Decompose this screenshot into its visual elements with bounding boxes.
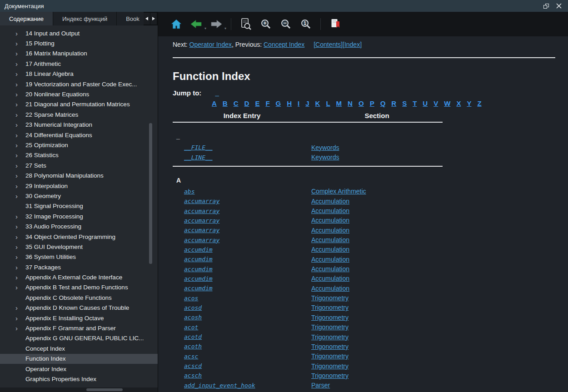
sidebar-item[interactable]: ›33 Audio Processing [0, 221, 158, 231]
section-link[interactable]: Accumulation [311, 265, 349, 273]
tab-scroll-left-button[interactable] [144, 13, 150, 25]
zoom-original-button[interactable]: 1 [299, 17, 313, 31]
jump-letter-link[interactable]: J [305, 99, 309, 107]
sidebar-item[interactable]: ›17 Arithmetic [0, 59, 158, 69]
sidebar-item[interactable]: ›27 Sets [0, 160, 158, 170]
sidebar-item[interactable]: Graphics Properties Index [0, 374, 158, 384]
section-link[interactable]: Trigonometry [311, 314, 349, 321]
zoom-out-button[interactable]: − [279, 17, 293, 31]
section-link[interactable]: Accumulation [311, 236, 349, 243]
function-link[interactable]: acot [184, 324, 198, 331]
jump-letter-link[interactable]: S [402, 99, 407, 107]
chevron-right-icon[interactable]: › [15, 81, 25, 88]
chevron-right-icon[interactable]: › [15, 111, 25, 118]
sidebar-item[interactable]: ›36 System Utilities [0, 252, 158, 262]
jump-letter-link[interactable]: X [456, 99, 461, 107]
sidebar-item[interactable]: Concept Index [0, 343, 158, 353]
section-link[interactable]: Accumulation [311, 275, 349, 282]
sidebar-item[interactable]: ›24 Differential Equations [0, 130, 158, 140]
section-link[interactable]: Trigonometry [311, 372, 349, 379]
chevron-right-icon[interactable]: › [15, 233, 25, 240]
function-link[interactable]: accumdim [184, 275, 213, 282]
tab-scroll-right-button[interactable] [150, 13, 157, 25]
function-link[interactable]: accumdim [184, 246, 213, 253]
search-document-button[interactable] [239, 17, 253, 31]
sidebar-item[interactable]: ›19 Vectorization and Faster Code Exec..… [0, 79, 158, 89]
chevron-right-icon[interactable]: › [15, 121, 25, 128]
sidebar-item[interactable]: ›28 Polynomial Manipulations [0, 170, 158, 180]
function-link[interactable]: accumarray [184, 208, 219, 214]
sidebar-item[interactable]: ›Appendix D Known Causes of Trouble [0, 303, 158, 313]
jump-letter-link[interactable]: R [391, 99, 396, 107]
section-link[interactable]: Accumulation [311, 285, 349, 292]
chevron-right-icon[interactable]: › [15, 253, 25, 260]
jump-letter-link[interactable]: B [223, 99, 228, 107]
jump-letter-link[interactable]: W [444, 99, 450, 107]
bookmark-button[interactable] [328, 17, 343, 31]
sidebar-item[interactable]: ›15 Plotting [0, 38, 158, 48]
sidebar-item[interactable]: ›Appendix E Installing Octave [0, 313, 158, 323]
section-link[interactable]: Accumulation [311, 198, 349, 205]
scrollbar-thumb[interactable] [86, 388, 123, 391]
section-link[interactable]: Trigonometry [311, 323, 349, 331]
sidebar-item[interactable]: ›14 Input and Output [0, 28, 158, 38]
jump-letter-link[interactable]: N [348, 99, 353, 107]
function-link[interactable]: accumarray [184, 198, 219, 204]
sidebar-item[interactable]: Appendix G GNU GENERAL PUBLIC LIC... [0, 333, 158, 343]
jump-letter-link[interactable]: L [326, 99, 330, 107]
jump-letter-link[interactable]: C [234, 99, 239, 107]
section-link[interactable]: Complex Arithmetic [311, 188, 366, 195]
section-link[interactable]: Trigonometry [311, 294, 349, 302]
chevron-right-icon[interactable]: › [15, 91, 25, 98]
sidebar-item[interactable]: ›22 Sparse Matrices [0, 109, 158, 119]
section-link[interactable]: Accumulation [311, 207, 349, 214]
chevron-right-icon[interactable]: › [15, 172, 25, 179]
function-link[interactable]: __FILE__ [184, 144, 213, 151]
sidebar-item[interactable]: Function Index [0, 354, 158, 364]
function-link[interactable]: accumarray [184, 217, 219, 224]
chevron-right-icon[interactable]: › [15, 142, 25, 149]
chevron-right-icon[interactable]: › [15, 264, 25, 271]
sidebar-item[interactable]: ›25 Optimization [0, 140, 158, 150]
sidebar-item[interactable]: ›30 Geometry [0, 191, 158, 201]
function-link[interactable]: acsch [184, 372, 202, 379]
jump-letter-link[interactable]: M [336, 99, 342, 107]
chevron-right-icon[interactable]: › [15, 152, 25, 159]
jump-letter-link[interactable]: A [212, 99, 217, 107]
jump-letter-link[interactable]: P [370, 99, 374, 107]
tab-function-index[interactable]: Индекс функций [53, 12, 117, 25]
sidebar-item[interactable]: ›26 Statistics [0, 150, 158, 160]
chevron-right-icon[interactable]: › [15, 193, 25, 199]
sidebar-item[interactable]: Operator Index [0, 364, 158, 374]
function-link[interactable]: accumdim [184, 256, 213, 263]
section-link[interactable]: Keywords [311, 154, 339, 161]
function-link[interactable]: acos [184, 295, 198, 302]
sidebar-item[interactable]: ›29 Interpolation [0, 181, 158, 191]
function-link[interactable]: acscd [184, 362, 202, 369]
chevron-right-icon[interactable]: › [15, 70, 25, 77]
chevron-right-icon[interactable]: › [15, 183, 25, 189]
jump-letter-link[interactable]: _ [215, 89, 219, 97]
index-link[interactable]: [Index] [343, 41, 362, 48]
section-link[interactable]: Parser [311, 382, 330, 389]
jump-letter-link[interactable]: I [298, 99, 299, 107]
jump-letter-link[interactable]: Q [380, 99, 386, 107]
jump-letter-link[interactable]: D [244, 99, 249, 107]
function-link[interactable]: acosd [184, 304, 202, 311]
chevron-right-icon[interactable]: › [15, 101, 25, 108]
sidebar-item[interactable]: ›21 Diagonal and Permutation Matrices [0, 99, 158, 109]
close-button[interactable] [553, 1, 565, 11]
section-link[interactable]: Trigonometry [311, 362, 349, 370]
function-link[interactable]: add_input_event_hook [184, 382, 255, 389]
jump-letter-link[interactable]: K [315, 99, 320, 107]
chevron-right-icon[interactable]: › [15, 132, 25, 139]
chevron-right-icon[interactable]: › [15, 325, 25, 332]
function-link[interactable]: acsc [184, 353, 198, 360]
jump-letter-link[interactable]: E [255, 99, 259, 107]
jump-letter-link[interactable]: V [433, 99, 438, 107]
function-link[interactable]: accumarray [184, 227, 219, 233]
chevron-right-icon[interactable]: › [15, 213, 25, 220]
chevron-right-icon[interactable]: › [15, 223, 25, 230]
function-link[interactable]: accumdim [184, 285, 213, 292]
section-link[interactable]: Keywords [311, 144, 339, 151]
